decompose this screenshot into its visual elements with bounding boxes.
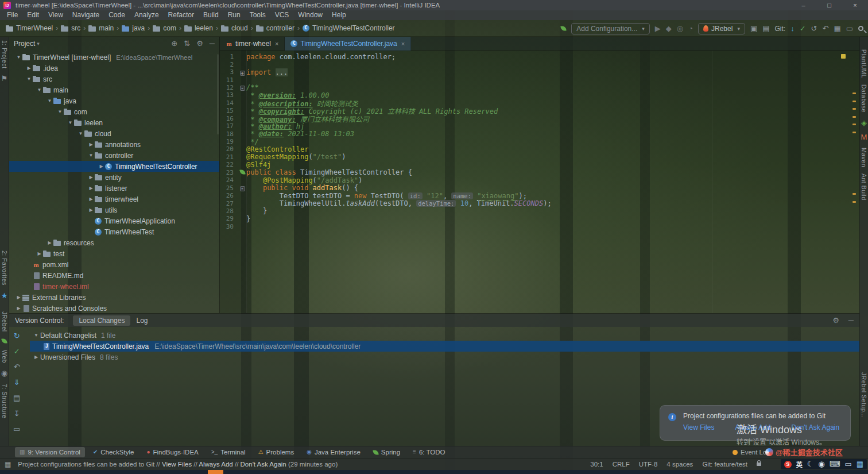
rollback-icon[interactable]: ↶	[14, 363, 20, 371]
code-line[interactable]: 18 * @date: 2021-11-08 13:03	[220, 130, 859, 137]
toolwindow-checkstyle[interactable]: ✔CheckStyle	[88, 447, 139, 457]
tree-expand-icon[interactable]: ▶	[25, 65, 33, 71]
menu-view[interactable]: View	[44, 10, 68, 20]
warning-stripe-mark[interactable]	[852, 93, 856, 94]
maven-stripe-icon[interactable]: M	[861, 133, 867, 141]
code-line[interactable]: 22@Slf4j	[220, 161, 859, 168]
tree-item[interactable]: ▼main	[9, 84, 219, 95]
stripe-item-web[interactable]: Web	[1, 350, 8, 363]
vcs-tab-local-changes[interactable]: Local Changes	[73, 315, 130, 326]
stripe-item-database[interactable]: Database	[861, 84, 867, 113]
tree-expand-icon[interactable]: ▶	[87, 142, 95, 147]
fold-collapse-icon[interactable]: -	[240, 86, 245, 91]
warning-stripe-mark[interactable]	[852, 116, 856, 118]
file-encoding[interactable]: UTF-8	[639, 461, 658, 468]
tree-collapse-icon[interactable]: ▼	[56, 109, 64, 114]
git-commit-icon[interactable]: ✓	[800, 25, 806, 33]
rebel-run-icon[interactable]: ▣	[750, 25, 757, 33]
restore-layout-icon[interactable]: ▭	[846, 25, 853, 33]
git-branch[interactable]: Git: feature/test	[702, 461, 747, 468]
fold-marker[interactable]: +	[238, 68, 246, 76]
fold-expand-icon[interactable]: +	[240, 71, 245, 76]
status-link[interactable]: View Files	[162, 461, 192, 468]
tree-expand-icon[interactable]: ▶	[87, 196, 95, 202]
tree-item[interactable]: ▼TimerWheel [timer-wheel]E:\ideaSpace\Ti…	[9, 52, 219, 63]
tree-item[interactable]: ▶External Libraries	[9, 292, 219, 303]
tree-expand-icon[interactable]: ▶	[87, 207, 95, 213]
history-icon[interactable]: ▭	[13, 425, 20, 433]
tree-item[interactable]: ▶Scratches and Consoles	[9, 303, 219, 313]
minimize-button[interactable]: –	[790, 0, 816, 10]
layout-icon[interactable]: ▤	[762, 25, 769, 33]
tree-expand-icon[interactable]: ▶	[46, 240, 53, 245]
toolwindow-switcher-icon[interactable]: ▦	[5, 460, 11, 468]
line-separator[interactable]: CRLF	[613, 461, 630, 468]
vcs-settings-icon[interactable]: ⚙	[832, 317, 839, 325]
plugin-icon[interactable]: ◈	[861, 119, 867, 127]
tree-item[interactable]: ▼cloud	[9, 128, 219, 139]
code-line[interactable]: 24 @PostMapping("/addTask")	[220, 176, 859, 184]
breadcrumb-item[interactable]: TimerWheel	[6, 24, 53, 32]
patch-icon[interactable]: ▤	[13, 394, 20, 402]
tree-item[interactable]: ▶resources	[9, 237, 219, 248]
code-line[interactable]: 3+import ...	[220, 68, 859, 76]
tree-collapse-icon[interactable]: ▼	[36, 87, 43, 93]
tree-expand-icon[interactable]: ▶	[32, 354, 40, 360]
mic-icon[interactable]: ◉	[818, 460, 824, 468]
readonly-lock-icon[interactable]	[757, 463, 761, 466]
toolwindow-vcs[interactable]: ▥9: Version Control	[15, 447, 85, 457]
code-line[interactable]: 19 */	[220, 138, 859, 145]
code-line[interactable]: 11	[220, 76, 859, 83]
tree-collapse-icon[interactable]: ▼	[87, 153, 95, 158]
tree-item[interactable]: CTimerWheelApplication	[9, 215, 219, 226]
eye-icon[interactable]: ◉	[1, 369, 7, 377]
code-line[interactable]: 2	[220, 60, 859, 68]
editor-tab[interactable]: CTimingWheelTestController.java×	[285, 37, 411, 51]
tree-collapse-icon[interactable]: ▼	[46, 98, 53, 103]
tree-item[interactable]: README.md	[9, 270, 219, 281]
settings-icon[interactable]: ⚙	[196, 40, 203, 48]
menu-code[interactable]: Code	[104, 10, 130, 20]
jrebel-leaf-icon[interactable]	[561, 25, 567, 31]
refresh-icon[interactable]: ↻	[14, 332, 20, 340]
git-rollback-icon[interactable]: ↶	[823, 25, 829, 33]
code-line[interactable]: 26 TestDTO testDTO = new TestDTO( id: "1…	[220, 192, 859, 199]
tree-item[interactable]: timer-wheel.iml	[9, 281, 219, 292]
screen-icon[interactable]: ▭	[844, 460, 851, 468]
tree-item[interactable]: ▶timerwheel	[9, 194, 219, 205]
menu-analyze[interactable]: Analyze	[130, 10, 164, 20]
jrebel-select[interactable]: JRebel▾	[698, 23, 745, 34]
warning-stripe-mark[interactable]	[852, 108, 856, 110]
status-link[interactable]: Don't Ask Again	[241, 461, 286, 468]
unshelve-icon[interactable]: ↧	[14, 410, 20, 418]
tree-item[interactable]: ▶utils	[9, 205, 219, 215]
warning-stripe-mark[interactable]	[852, 132, 856, 133]
search-icon[interactable]	[858, 26, 863, 31]
stripe-item-2-favorites[interactable]: 2: Favorites	[1, 251, 8, 286]
moon-icon[interactable]: ☾	[807, 460, 814, 468]
tree-item[interactable]: ▶listener	[9, 183, 219, 194]
code-line[interactable]: 16 * @company: 厦门立林科技有限公司	[220, 115, 859, 122]
stripe-item-jrebel[interactable]: JRebel	[1, 311, 8, 332]
code-line[interactable]: 17 * @author: hj	[220, 122, 859, 130]
menu-run[interactable]: Run	[223, 10, 245, 20]
stripe-item-7-structure[interactable]: 7: Structure	[1, 384, 8, 418]
breadcrumb-item[interactable]: java	[122, 24, 145, 32]
warning-stripe-mark[interactable]	[852, 193, 856, 195]
toolwindow-terminal[interactable]: >_Terminal	[207, 447, 250, 457]
tree-item[interactable]: ▶CTimingWheelTestController	[9, 161, 219, 172]
notification-link-view-files[interactable]: View Files	[683, 423, 714, 431]
stripe-item-plantuml[interactable]: PlantUML	[861, 49, 867, 78]
code-line[interactable]: 1package com.leelen.cloud.controller;	[220, 53, 859, 60]
tree-item[interactable]: ▼com	[9, 106, 219, 117]
breadcrumb-item[interactable]: cloud	[221, 24, 248, 32]
tree-item[interactable]: ▼leelen	[9, 117, 219, 128]
code-line[interactable]: 27 TimingWheelUtil.taskAdd(testDTO, dela…	[220, 199, 859, 207]
run-icon[interactable]: ▶	[655, 25, 661, 33]
keyboard-icon[interactable]: ⌨	[830, 460, 840, 468]
tree-expand-icon[interactable]: ▶	[98, 164, 105, 169]
code-line[interactable]: 30	[220, 223, 859, 230]
stripe-item-maven[interactable]: Maven	[861, 148, 867, 167]
favorites-star-icon[interactable]: ★	[1, 292, 8, 300]
stripe-item-1-project[interactable]: 1: Project	[1, 40, 8, 68]
